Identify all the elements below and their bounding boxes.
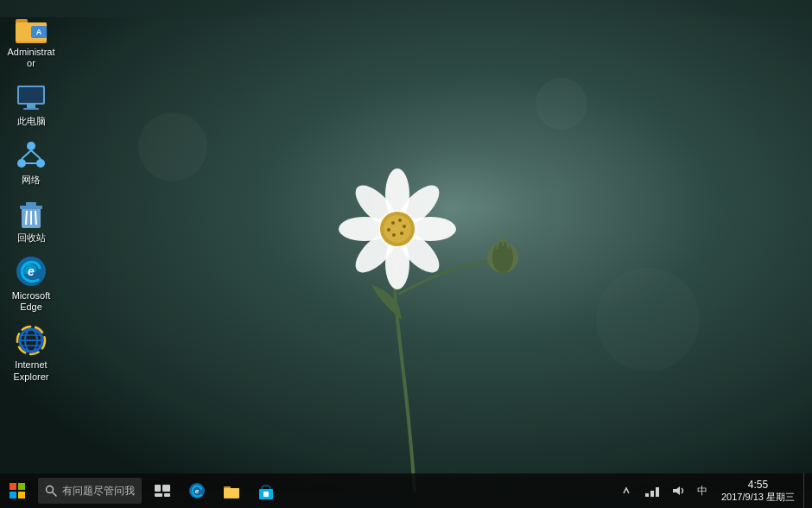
svg-point-5 [339,217,390,241]
network-icon [14,138,48,173]
svg-rect-60 [162,485,170,492]
chevron-up-icon [623,486,630,496]
svg-line-44 [35,211,36,225]
administrator-label: Administrator [7,47,54,69]
clock-date: 2017/9/13 星期三 [721,492,795,503]
search-label: 有问题尽管问我 [62,484,135,498]
svg-rect-32 [23,108,39,110]
language-label: 中 [697,484,707,498]
svg-rect-72 [656,487,659,497]
clock[interactable]: 4:55 2017/9/13 星期三 [714,473,802,508]
search-icon [45,485,57,497]
desktop-icon-recycle-bin[interactable]: 回收站 [0,193,62,247]
desktop-icon-ie[interactable]: InternetExplorer [0,320,62,385]
svg-rect-54 [18,483,25,490]
svg-point-57 [47,486,54,493]
taskbar-search[interactable]: 有问题尽管问我 [38,478,142,504]
taskbar-store[interactable] [249,473,283,508]
taskbar-file-explorer[interactable] [214,473,249,508]
svg-point-8 [392,179,446,232]
svg-point-13 [391,221,395,225]
svg-rect-41 [26,202,36,206]
show-hidden-icons[interactable] [614,473,638,508]
task-view-icon [155,485,170,497]
svg-rect-61 [155,493,162,497]
wallpaper-illustration [0,0,812,508]
svg-rect-40 [20,206,42,209]
svg-line-42 [26,211,27,225]
show-desktop-button[interactable] [803,473,809,508]
svg-point-22 [596,268,700,371]
administrator-icon: A [14,10,48,45]
svg-rect-55 [10,492,16,498]
svg-text:A: A [36,28,42,36]
svg-point-7 [349,179,403,232]
tray-network[interactable] [640,473,664,508]
svg-line-36 [22,150,31,159]
svg-rect-70 [645,493,649,497]
svg-point-18 [387,228,390,232]
svg-point-20 [492,242,513,273]
svg-rect-56 [18,492,25,498]
svg-point-6 [404,217,456,241]
network-tray-icon [645,485,659,497]
recycle-bin-icon [14,196,48,231]
desktop-icon-network[interactable]: 网络 [0,135,62,189]
svg-point-14 [398,219,402,222]
desktop-icons: A Administrator 此电脑 [0,0,62,386]
svg-point-33 [27,142,35,150]
svg-point-10 [392,225,446,279]
start-button[interactable] [0,473,35,508]
svg-point-9 [349,225,403,279]
volume-icon [671,485,685,497]
ie-icon [14,323,48,358]
network-label: 网络 [22,175,41,186]
svg-point-2 [378,210,416,248]
tray-language[interactable]: 中 [692,473,713,508]
svg-rect-53 [10,483,16,490]
systray: 中 4:55 2017/9/13 星期三 [614,473,812,508]
svg-point-11 [380,212,415,246]
svg-point-21 [138,112,207,181]
svg-point-19 [487,242,518,273]
svg-line-37 [31,150,41,159]
svg-point-15 [403,225,406,228]
svg-rect-69 [263,492,269,497]
taskbar-edge[interactable]: e [180,473,214,508]
this-pc-icon [14,79,48,114]
desktop-icon-this-pc[interactable]: 此电脑 [0,76,62,130]
svg-text:e: e [195,487,200,495]
svg-point-12 [384,215,411,243]
svg-point-16 [400,232,403,235]
svg-rect-62 [164,493,170,497]
tray-volume[interactable] [666,473,690,508]
svg-rect-59 [155,485,161,492]
svg-rect-67 [224,488,239,498]
taskbar: 有问题尽管问我 e [0,473,812,508]
svg-rect-71 [650,491,654,497]
clock-time: 4:55 [748,479,768,491]
svg-marker-73 [673,486,680,495]
svg-rect-31 [27,105,35,108]
desktop-icon-administrator[interactable]: A Administrator [0,7,62,73]
desktop: A Administrator 此电脑 [0,0,812,508]
svg-line-58 [53,492,56,496]
svg-point-17 [392,233,396,237]
edge-label: MicrosoftEdge [12,290,51,313]
svg-rect-0 [0,17,812,491]
recycle-bin-label: 回收站 [17,232,46,244]
ie-label: InternetExplorer [14,359,49,382]
svg-point-4 [385,238,409,289]
edge-icon: e [14,254,48,289]
svg-rect-30 [19,87,43,103]
svg-point-3 [385,168,409,220]
svg-text:e: e [28,264,35,278]
this-pc-label: 此电脑 [17,116,46,127]
desktop-icon-edge[interactable]: e MicrosoftEdge [0,251,62,316]
svg-point-23 [536,78,587,130]
task-view-button[interactable] [145,473,180,508]
svg-point-1 [259,69,639,380]
